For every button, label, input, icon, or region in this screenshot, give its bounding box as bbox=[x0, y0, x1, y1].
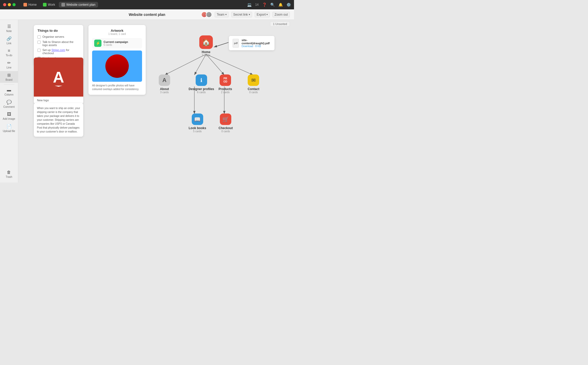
checkout-node-count: 0 cards bbox=[221, 130, 230, 133]
bell-icon[interactable]: 🔔 bbox=[278, 3, 283, 7]
export-button[interactable]: Export ▾ bbox=[255, 12, 270, 17]
avatar-2 bbox=[206, 11, 212, 18]
upload-file-icon: 📄 bbox=[7, 124, 12, 129]
designer-node-count: 6 cards bbox=[197, 91, 206, 94]
secret-link-button[interactable]: Secret link ▾ bbox=[231, 12, 252, 17]
add-image-label: Add image bbox=[3, 117, 15, 120]
team-button[interactable]: Team ▾ bbox=[215, 12, 228, 17]
logo-card[interactable]: A New logo bbox=[34, 58, 83, 104]
artwork-card[interactable]: Artwork 1 board, 1 card ⚡ Current campai… bbox=[88, 25, 146, 95]
checkout-node[interactable]: 🛒 Checkout 0 cards bbox=[219, 114, 233, 133]
products-node[interactable]: PROD Products 2 cards bbox=[219, 74, 232, 94]
device-icon[interactable]: 💻 bbox=[247, 3, 252, 7]
tab-bar: Home Work Website content plan bbox=[21, 2, 98, 8]
todo-text-1: Organise servers bbox=[42, 35, 64, 38]
sidebar-item-note[interactable]: ☰ Note bbox=[0, 22, 18, 34]
team-chevron-icon: ▾ bbox=[225, 13, 227, 16]
pdf-icon-label: pdf bbox=[234, 42, 238, 45]
tab-wcp-label: Website content plan bbox=[66, 3, 95, 7]
sidebar-item-add-image[interactable]: 🖼 Add image bbox=[0, 110, 18, 122]
trash-icon: 🗑 bbox=[7, 170, 11, 175]
sidebar-item-trash[interactable]: 🗑 Trash bbox=[6, 168, 12, 180]
menubar-right: Team ▾ Secret link ▾ Export ▾ Zoom out bbox=[201, 11, 290, 18]
contact-node-icon: ✉ bbox=[248, 74, 259, 86]
secret-link-chevron-icon: ▾ bbox=[249, 13, 250, 16]
campaign-item[interactable]: ⚡ Current campaign 5 cards bbox=[92, 38, 142, 48]
todo-text-3: Set up Stripe.com for checkout bbox=[42, 48, 80, 55]
comment-icon: 💬 bbox=[7, 100, 12, 105]
minimize-button[interactable] bbox=[8, 3, 11, 6]
help-icon[interactable]: ❓ bbox=[262, 3, 267, 7]
pdf-download-link[interactable]: Download · 8 KB bbox=[241, 45, 271, 48]
home-node-label: Home bbox=[202, 50, 210, 54]
photo-circle bbox=[105, 54, 129, 78]
checkbox-3[interactable] bbox=[37, 49, 41, 52]
checkout-node-icon: 🛒 bbox=[220, 114, 231, 125]
contact-node[interactable]: ✉ Contact 0 cards bbox=[248, 74, 259, 94]
stripe-link[interactable]: Stripe.com bbox=[52, 48, 65, 52]
tab-work-label: Work bbox=[48, 3, 55, 7]
sidebar-divider bbox=[4, 84, 14, 85]
tab-home-label: Home bbox=[28, 3, 37, 7]
svg-line-2 bbox=[194, 54, 206, 75]
maximize-button[interactable] bbox=[12, 3, 16, 6]
lookbooks-node-label: Look books bbox=[189, 126, 206, 130]
svg-line-1 bbox=[165, 54, 206, 75]
checkbox-2[interactable] bbox=[37, 41, 41, 44]
sidebar-bottom: 🗑 Trash bbox=[6, 168, 12, 180]
search-icon[interactable]: 🔍 bbox=[270, 3, 275, 7]
tab-home[interactable]: Home bbox=[21, 2, 39, 8]
link-label: Link bbox=[7, 42, 11, 45]
todo-text-2: Talk to Sharon about the logo assets bbox=[42, 40, 80, 47]
sidebar-item-board[interactable]: ⊞ Board bbox=[0, 71, 18, 83]
tab-work[interactable]: Work bbox=[40, 2, 58, 8]
link-icon: 🔗 bbox=[7, 36, 12, 41]
work-tab-icon bbox=[43, 3, 47, 7]
zoom-out-button[interactable]: Zoom out bbox=[272, 12, 290, 17]
photo-person bbox=[105, 54, 129, 78]
about-node-count: 3 cards bbox=[160, 91, 169, 94]
sidebar-item-column[interactable]: ▬ Column bbox=[0, 86, 18, 98]
zoom-out-label: Zoom out bbox=[274, 13, 288, 16]
team-label: Team bbox=[217, 13, 224, 16]
sidebar-item-line[interactable]: ✏ Line bbox=[0, 59, 18, 71]
sidebar-item-link[interactable]: 🔗 Link bbox=[0, 35, 18, 46]
campaign-name: Current campaign bbox=[104, 40, 128, 43]
main-content: ☰ Note 🔗 Link ≡ To-do ✏ Line ⊞ Board ▬ C… bbox=[0, 20, 294, 182]
todo-item-1: Organise servers bbox=[37, 35, 80, 39]
close-button[interactable] bbox=[3, 3, 6, 6]
designer-node[interactable]: ℹ Designer profiles 6 cards bbox=[189, 74, 214, 94]
canvas[interactable]: 1 Unsorted Things to do Organise servers… bbox=[18, 20, 294, 182]
text-content: When you want to ship an order, your shi… bbox=[37, 106, 80, 134]
team-avatars bbox=[201, 11, 212, 18]
about-node[interactable]: A About 3 cards bbox=[159, 74, 170, 94]
pdf-card[interactable]: pdf site-content(draught).pdf Download ·… bbox=[229, 36, 274, 50]
lookbooks-node-icon: 📖 bbox=[192, 114, 203, 125]
sidebar-item-todo[interactable]: ≡ To-do bbox=[0, 47, 18, 58]
todo-label: To-do bbox=[6, 54, 12, 57]
lookbooks-node[interactable]: 📖 Look books 5 cards bbox=[189, 114, 206, 133]
notification-count: 14 bbox=[255, 3, 259, 7]
campaign-icon: ⚡ bbox=[94, 40, 101, 47]
products-node-label: Products bbox=[219, 87, 232, 91]
designer-node-icon: ℹ bbox=[196, 74, 207, 86]
artwork-title: Artwork bbox=[92, 29, 142, 33]
contact-node-label: Contact bbox=[248, 87, 259, 91]
artwork-photo bbox=[92, 51, 142, 82]
products-node-icon: PROD bbox=[220, 74, 231, 86]
text-card[interactable]: When you want to ship an order, your shi… bbox=[34, 103, 83, 137]
todo-item-3: Set up Stripe.com for checkout bbox=[37, 48, 80, 55]
sidebar-item-upload-file[interactable]: 📄 Upload file bbox=[0, 122, 18, 134]
home-node[interactable]: 🏠 Home 7 cards bbox=[199, 35, 213, 57]
note-label: Note bbox=[6, 30, 12, 33]
board-icon: ⊞ bbox=[7, 73, 11, 78]
line-label: Line bbox=[7, 66, 11, 69]
gear-icon[interactable]: ⚙️ bbox=[286, 3, 291, 7]
document-title: Website content plan bbox=[129, 12, 165, 17]
sidebar-item-comment[interactable]: 💬 Comment bbox=[0, 98, 18, 110]
board-label: Board bbox=[5, 78, 12, 81]
titlebar: Home Work Website content plan 💻 14 ❓ 🔍 … bbox=[0, 0, 294, 9]
tab-website-content-plan[interactable]: Website content plan bbox=[59, 2, 98, 8]
comment-label: Comment bbox=[3, 105, 15, 108]
checkbox-1[interactable] bbox=[37, 35, 41, 39]
